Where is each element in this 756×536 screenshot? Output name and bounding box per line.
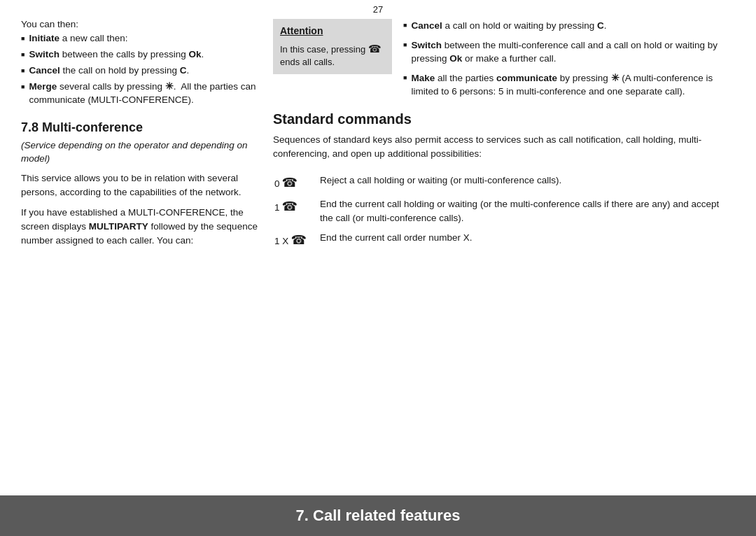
commands-table: 0 ☎ Reject a call holding or waiting (or… [273, 171, 735, 251]
paragraph-2: If you have established a MULTI-CONFEREN… [21, 206, 259, 248]
right-top-bullets: Cancel a call on hold or waiting by pres… [403, 19, 735, 106]
attention-box: Attention In this case, pressing ☎ ends … [273, 19, 392, 74]
bullet-list-left: Initiate a new call then: Switch between… [21, 32, 259, 109]
page-number: 27 [0, 0, 756, 16]
cmd-key-1x: 1 X ☎ [273, 228, 318, 252]
footer-label: 7. Call related features [296, 507, 461, 524]
list-item: Make all the parties communicate by pres… [403, 71, 735, 99]
phone-icon-1: ☎ [282, 197, 298, 216]
table-row: 1 X ☎ End the current call order number … [273, 228, 735, 252]
bullet-text: Cancel a call on hold or waiting by pres… [411, 19, 606, 33]
cmd-desc-1x: End the current call order number X. [318, 228, 735, 252]
standard-commands-heading: Standard commands [273, 111, 735, 127]
attention-text: In this case, pressing ☎ ends all calls. [280, 41, 385, 69]
bullet-text: Initiate a new call then: [29, 32, 127, 45]
bullet-text: Switch between the multi-conference call… [411, 38, 735, 66]
standard-commands-intro: Sequences of standard keys also permit a… [273, 133, 735, 162]
footer-bar: 7. Call related features [0, 495, 756, 536]
right-column: Attention In this case, pressing ☎ ends … [273, 19, 735, 495]
italic-subtitle: (Service depending on the operator and d… [21, 139, 259, 166]
right-top-area: Attention In this case, pressing ☎ ends … [273, 19, 735, 106]
cmd-desc-0: Reject a call holding or waiting (or mul… [318, 171, 735, 195]
list-item: Switch between the calls by pressing Ok. [21, 48, 259, 62]
list-item: Switch between the multi-conference call… [403, 38, 735, 66]
cmd-key-0: 0 ☎ [273, 171, 318, 195]
bullet-text: Cancel the call on hold by pressing C. [29, 64, 189, 78]
phone-icon-0: ☎ [282, 174, 298, 192]
left-column: You can then: Initiate a new call then: … [21, 19, 259, 495]
page-container: 27 You can then: Initiate a new call the… [0, 0, 756, 536]
list-item: Initiate a new call then: [21, 32, 259, 45]
paragraph-1: This service allows you to be in relatio… [21, 171, 259, 200]
list-item: Cancel the call on hold by pressing C. [21, 64, 259, 78]
list-item: Cancel a call on hold or waiting by pres… [403, 19, 735, 33]
list-item: Merge several calls by pressing ✳. All t… [21, 80, 259, 107]
table-row: 1 ☎ End the current call holding or wait… [273, 195, 735, 227]
bullet-text: Merge several calls by pressing ✳. All t… [29, 80, 259, 107]
cmd-key-1: 1 ☎ [273, 195, 318, 227]
bullet-text: Switch between the calls by pressing Ok. [29, 48, 204, 62]
cmd-desc-1: End the current call holding or waiting … [318, 195, 735, 227]
phone-icon-1x: ☎ [291, 231, 307, 249]
main-content: You can then: Initiate a new call then: … [0, 16, 756, 495]
intro-text: You can then: [21, 19, 259, 29]
table-row: 0 ☎ Reject a call holding or waiting (or… [273, 171, 735, 195]
bullet-text: Make all the parties communicate by pres… [411, 71, 735, 99]
section-heading-multiconference: 7.8 Multi-conference [21, 120, 259, 135]
attention-title: Attention [280, 24, 385, 38]
right-bullet-list: Cancel a call on hold or waiting by pres… [403, 19, 735, 99]
phone-icon-attention: ☎ [368, 43, 382, 55]
